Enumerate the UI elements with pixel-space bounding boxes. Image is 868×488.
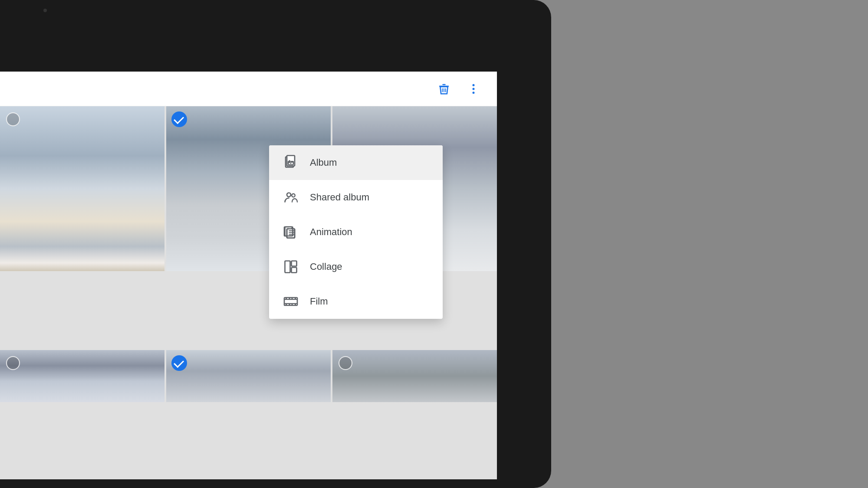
film-label: Film: [310, 296, 328, 307]
svg-rect-33: [289, 304, 290, 305]
svg-rect-1: [442, 84, 446, 85]
animation-icon: [282, 223, 299, 241]
svg-point-11: [289, 160, 290, 161]
select-checkbox-6[interactable]: [338, 355, 353, 371]
svg-rect-31: [295, 298, 296, 299]
select-checkbox-2[interactable]: [171, 111, 187, 127]
menu-item-film[interactable]: Film: [269, 284, 443, 319]
collage-label: Collage: [310, 261, 342, 272]
filled-check: [171, 111, 187, 127]
film-icon: [282, 293, 299, 310]
svg-rect-23: [292, 261, 297, 266]
menu-item-collage[interactable]: Collage: [269, 249, 443, 284]
select-checkbox-5[interactable]: [171, 355, 187, 371]
select-checkbox-4[interactable]: [5, 355, 21, 371]
create-menu: Album Shared album: [269, 145, 443, 319]
shared-album-icon: [282, 189, 299, 206]
empty-check: [6, 112, 20, 126]
svg-rect-29: [289, 298, 290, 299]
shared-album-label: Shared album: [310, 192, 369, 203]
toolbar-actions: [434, 79, 484, 99]
svg-rect-32: [286, 304, 287, 305]
svg-rect-34: [292, 304, 293, 305]
svg-point-6: [473, 88, 475, 90]
photo-cell[interactable]: [0, 106, 164, 271]
svg-rect-27: [284, 303, 297, 304]
photo-cell[interactable]: [0, 350, 164, 402]
more-options-button[interactable]: [463, 79, 484, 99]
webcam: [43, 9, 47, 12]
svg-point-7: [473, 92, 475, 94]
photo-cell[interactable]: [332, 350, 497, 402]
svg-rect-24: [292, 268, 297, 273]
tablet-frame: Album Shared album: [0, 0, 551, 488]
animation-label: Animation: [310, 226, 352, 238]
svg-point-5: [473, 84, 475, 86]
svg-point-13: [292, 194, 295, 197]
menu-item-animation[interactable]: Animation: [269, 215, 443, 249]
album-icon: [282, 154, 299, 171]
svg-rect-28: [286, 298, 287, 299]
menu-item-shared-album[interactable]: Shared album: [269, 180, 443, 215]
svg-rect-26: [284, 299, 297, 300]
photo-cell[interactable]: [166, 350, 331, 402]
svg-rect-35: [295, 304, 296, 305]
svg-point-12: [287, 193, 291, 197]
delete-button[interactable]: [434, 79, 454, 99]
menu-item-album[interactable]: Album: [269, 145, 443, 180]
svg-rect-22: [285, 261, 290, 273]
filled-check: [171, 355, 187, 371]
empty-check: [339, 356, 352, 370]
empty-check: [6, 356, 20, 370]
tablet-screen: Album Shared album: [0, 72, 497, 479]
top-bar: [0, 72, 497, 106]
select-checkbox-1[interactable]: [5, 111, 21, 127]
collage-icon: [282, 258, 299, 275]
svg-rect-30: [292, 298, 293, 299]
album-label: Album: [310, 157, 337, 168]
